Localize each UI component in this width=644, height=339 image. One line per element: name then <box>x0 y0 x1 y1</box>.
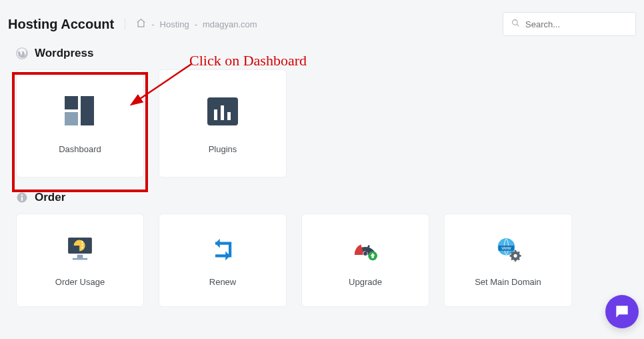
svg-rect-8 <box>227 112 231 120</box>
header-left: Hosting Account - Hosting - mdagyan.com <box>8 17 257 32</box>
svg-rect-13 <box>77 254 83 258</box>
svg-rect-3 <box>81 96 94 125</box>
card-order-usage[interactable]: Order Usage <box>16 214 144 307</box>
card-dashboard[interactable]: Dashboard <box>16 69 144 178</box>
annotation-text: Click on Dashboard <box>189 52 307 69</box>
card-renew-label: Renew <box>209 277 236 287</box>
svg-text:WWW: WWW <box>501 246 511 250</box>
section-order: Order Order Usage Renew Upgrade WWW Set … <box>0 188 644 318</box>
search-box[interactable] <box>503 12 636 36</box>
chat-widget-button[interactable] <box>605 295 639 328</box>
breadcrumb: - Hosting - mdagyan.com <box>125 18 257 30</box>
order-usage-icon <box>65 234 95 265</box>
wordpress-cards: Dashboard Plugins <box>16 69 628 178</box>
order-cards: Order Usage Renew Upgrade WWW Set Main D… <box>16 214 628 307</box>
svg-rect-11 <box>21 197 23 201</box>
svg-rect-6 <box>214 109 217 120</box>
page-header: Hosting Account - Hosting - mdagyan.com <box>0 0 644 44</box>
svg-rect-15 <box>82 241 83 243</box>
page-title: Hosting Account <box>8 17 114 32</box>
card-set-main-domain[interactable]: WWW Set Main Domain <box>444 214 572 307</box>
svg-rect-17 <box>82 246 83 248</box>
plugins-icon <box>205 93 241 129</box>
info-icon <box>16 192 28 204</box>
svg-rect-2 <box>65 96 78 109</box>
card-order-usage-label: Order Usage <box>55 277 105 287</box>
section-wordpress-header: Wordpress <box>16 47 628 60</box>
card-dashboard-label: Dashboard <box>59 144 101 154</box>
breadcrumb-sep: - <box>151 19 154 29</box>
svg-point-0 <box>513 20 518 25</box>
chat-icon <box>613 303 631 320</box>
svg-rect-7 <box>221 105 224 120</box>
search-input[interactable] <box>525 19 627 29</box>
breadcrumb-hosting[interactable]: Hosting <box>160 19 189 29</box>
card-plugins[interactable]: Plugins <box>159 69 287 178</box>
card-set-main-domain-label: Set Main Domain <box>475 277 541 287</box>
breadcrumb-domain[interactable]: mdagyan.com <box>203 19 257 29</box>
wordpress-icon <box>16 47 28 59</box>
svg-rect-14 <box>73 258 87 260</box>
breadcrumb-sep: - <box>195 19 197 29</box>
card-renew[interactable]: Renew <box>159 214 287 307</box>
renew-icon <box>207 234 238 265</box>
upgrade-icon <box>350 234 381 265</box>
section-wordpress-title: Wordpress <box>35 47 94 60</box>
set-main-domain-icon: WWW <box>493 234 523 265</box>
svg-point-25 <box>514 254 517 257</box>
svg-rect-16 <box>82 244 83 246</box>
search-icon <box>511 18 520 30</box>
svg-rect-4 <box>65 112 78 125</box>
dashboard-icon <box>62 93 98 129</box>
svg-point-10 <box>21 194 23 196</box>
section-order-header: Order <box>16 191 628 204</box>
card-upgrade[interactable]: Upgrade <box>301 214 429 307</box>
section-wordpress: Wordpress Dashboard Plugins <box>0 44 644 188</box>
section-order-title: Order <box>35 191 65 204</box>
card-upgrade-label: Upgrade <box>349 277 382 287</box>
card-plugins-label: Plugins <box>209 144 237 154</box>
home-icon[interactable] <box>136 18 146 30</box>
